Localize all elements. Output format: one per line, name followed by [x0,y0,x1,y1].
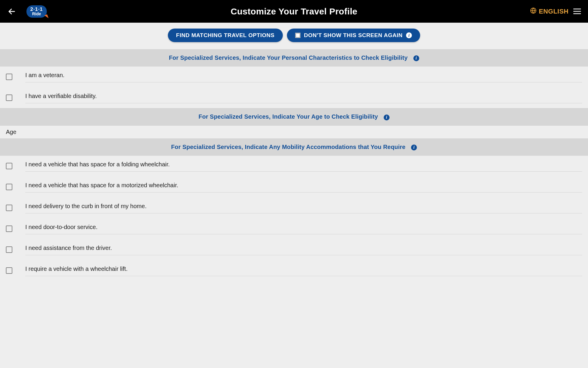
checkbox[interactable] [6,163,12,169]
checkbox-label: I require a vehicle with a wheelchair li… [25,265,582,276]
checkbox[interactable] [6,205,12,211]
logo-line2: Ride [30,12,43,16]
find-matching-label: FIND MATCHING TRAVEL OPTIONS [176,32,275,39]
section-header-mobility: For Specialized Services, Indicate Any M… [0,138,588,156]
section-header-age-text: For Specialized Services, Indicate Your … [198,113,378,120]
logo-bubble: 2·1·1 Ride [26,5,47,18]
action-bar: FIND MATCHING TRAVEL OPTIONS DON'T SHOW … [0,23,588,49]
section-header-age: For Specialized Services, Indicate Your … [0,108,588,125]
checkbox-label: I need assistance from the driver. [25,244,582,255]
list-item[interactable]: I need a vehicle that has space for a mo… [0,176,588,197]
mobility-list: I need a vehicle that has space for a fo… [0,156,588,281]
checkbox-label: I need a vehicle that has space for a fo… [25,160,582,172]
checkbox[interactable] [6,184,12,190]
language-button[interactable]: ENGLISH [530,7,569,16]
find-matching-button[interactable]: FIND MATCHING TRAVEL OPTIONS [168,29,283,42]
dont-show-checkbox[interactable] [295,33,300,38]
info-icon[interactable]: i [384,115,390,120]
section-header-personal-text: For Specialized Services, Indicate Your … [169,54,407,61]
checkbox-label: I need delivery to the curb in front of … [25,202,582,213]
checkbox[interactable] [6,267,12,274]
section-header-personal: For Specialized Services, Indicate Your … [0,49,588,67]
info-icon[interactable]: i [413,55,419,61]
list-item[interactable]: I require a vehicle with a wheelchair li… [0,260,588,281]
app-header: 2·1·1 Ride Customize Your Travel Profile… [0,0,588,23]
checkbox-label: I have a verifiable disability. [25,92,582,103]
checkbox-label: I am a veteran. [25,71,582,82]
checkbox[interactable] [6,226,12,232]
checkbox[interactable] [6,95,12,101]
header-right: ENGLISH [530,7,582,16]
logo-line1: 2·1·1 [30,7,43,12]
info-icon[interactable]: i [411,145,417,150]
list-item[interactable]: I am a veteran. [0,67,588,87]
checkbox-label: I need a vehicle that has space for a mo… [25,181,582,193]
personal-list: I am a veteran. I have a verifiable disa… [0,67,588,108]
checkbox-label: I need door-to-door service. [25,223,582,234]
dont-show-button[interactable]: DON'T SHOW THIS SCREEN AGAIN i [287,29,420,42]
globe-icon [530,7,537,16]
page-title: Customize Your Travel Profile [230,6,357,16]
language-label: ENGLISH [539,8,569,15]
list-item[interactable]: I need door-to-door service. [0,218,588,239]
back-icon[interactable] [6,6,18,17]
checkbox[interactable] [6,246,12,253]
list-item[interactable]: I have a verifiable disability. [0,87,588,108]
list-item[interactable]: I need delivery to the curb in front of … [0,197,588,218]
info-icon[interactable]: i [406,32,412,38]
list-item[interactable]: I need a vehicle that has space for a fo… [0,156,588,176]
app-logo[interactable]: 2·1·1 Ride [26,5,47,18]
dont-show-label: DON'T SHOW THIS SCREEN AGAIN [304,32,403,39]
menu-icon[interactable] [572,7,582,16]
list-item[interactable]: I need assistance from the driver. [0,239,588,260]
section-header-mobility-text: For Specialized Services, Indicate Any M… [171,144,405,150]
checkbox[interactable] [6,74,12,80]
age-field-label[interactable]: Age [0,126,588,138]
